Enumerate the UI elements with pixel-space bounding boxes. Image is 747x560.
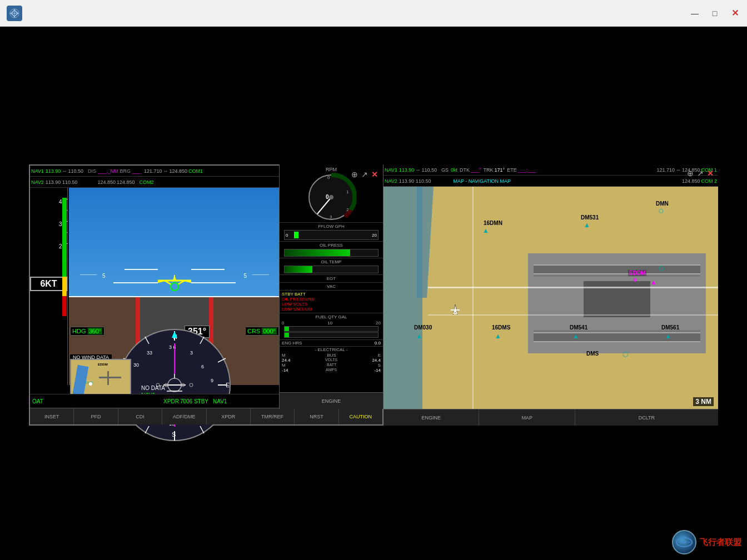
mfd-panel-icons: ⊕ ↗ ✕ [687,169,714,178]
pfd-dis-value: ___._NM [98,168,118,174]
wp-16dmn-label: 16DMN [484,220,502,226]
pitch-line-10up-r [191,269,225,270]
svg-text:33: 33 [147,350,152,356]
amps-label: AMPS [326,368,337,373]
btn-nrst[interactable]: NRST [295,408,338,424]
btn-engine[interactable]: ENGINE [280,393,383,409]
svg-text:3: 3 [190,350,193,356]
map-aircraft-symbol [447,303,463,319]
electrical-section: - ELECTRICAL - M BUS E 24.4 VOLTS 24.4 M… [280,346,383,373]
mfd-nav2-freq: 113.90 110.50 [399,178,431,184]
no-data-label: NO DATA [141,385,165,391]
mfd-expand-icon[interactable]: ↗ [697,169,704,178]
inset-eddm: EDDM [98,363,108,366]
btn-dcltr[interactable]: DCLTR [575,409,718,426]
fuel-0: 0 [282,321,284,326]
fuel-fill-left [285,327,289,331]
svg-text:30: 30 [133,362,139,368]
app-icon [7,6,22,21]
pitch-minor-1 [80,274,97,275]
btn-pfd[interactable]: PFD [74,408,118,424]
airspeed-tape: 40 30 20 6KT [30,188,68,385]
btn-xpdr[interactable]: XPDR [207,408,251,424]
wp-dm561-label: DM561 [661,324,679,331]
btn-adf-dme[interactable]: ADF/DME [162,408,206,424]
mfd-gs-label: GS [441,167,449,173]
main-content: ⊕ ↗ ✕ NAV1 113.90 ↔ 110.50 DIS ___._NM B… [0,27,747,560]
maximize-button[interactable]: □ [709,8,720,19]
eddm-label: EDDM [628,270,646,276]
egt-section: EGT [280,274,383,282]
pfd-expand-icon[interactable]: ↗ [361,170,368,179]
map-river [384,187,422,409]
btn-tmr-ref[interactable]: TMR/REF [251,408,295,424]
fuel-20: 20 [376,321,381,326]
fflow-label: FFLOW GPH [280,222,383,229]
amps-e-val: -14 [374,368,381,373]
batt-label: BATT [327,363,336,368]
fpm-circle [170,282,179,291]
amps-m-val: -14 [282,368,288,373]
btn-inset[interactable]: INSET [30,408,74,424]
pfd-nav1-active: 113.90 [46,168,61,174]
compass-svg: N E S W [113,327,236,443]
fflow-bar: 0 20 [284,230,379,240]
mfd-func-buttons: ENGINE MAP DCLTR [384,409,718,426]
btn-map-map[interactable]: MAP [479,409,575,426]
xpdr-label: XPDR [163,398,179,404]
btn-map-engine[interactable]: ENGINE [384,409,479,426]
wp-dm030-label: DM030 [414,324,432,331]
mfd-close-icon[interactable]: ✕ [707,169,714,178]
pfd-close-icon[interactable]: ✕ [371,170,378,179]
vac-section: VAC [280,282,383,290]
pitch-line-5up [113,282,158,283]
volts-label: VOLTS [325,358,337,363]
pfd-com2-label: COM2 [140,179,154,185]
fuel-bar-right [284,332,379,338]
crs-value: 000° [262,328,277,334]
mfd-trk-label: TRK [484,167,494,173]
svg-text:9: 9 [211,378,213,383]
btn-cdi[interactable]: CDI [118,408,162,424]
airport-complex [528,253,706,353]
electrical-volts-row: 24.4 VOLTS 24.4 [282,358,381,363]
svg-text:3: 3 [330,214,332,219]
logo-svg [675,533,693,551]
mfd-ete-value: ___:___ [518,167,536,173]
mfd-zoom-icon[interactable]: ⊕ [687,169,694,178]
eng-hrs-val: 0.0 [375,341,381,346]
svg-text:0: 0 [327,175,330,180]
electrical-row1: M BUS E [282,353,381,358]
wp-dm531-label: DM531 [581,214,599,221]
wp-dm541-label: DM541 [570,324,587,331]
fuel-10: 10 [327,321,332,326]
minimize-button[interactable]: — [689,8,700,19]
mfd-nav2-label: NAV2 [385,178,397,184]
oil-temp-fill [285,266,312,273]
low-volt-warning: LOW VOLTS [282,302,381,307]
pfd-zoom-icon[interactable]: ⊕ [351,170,358,179]
mfd-trk-value: 171° [495,167,505,173]
close-button[interactable]: ✕ [729,8,740,19]
btn-caution[interactable]: CAUTION [339,408,382,424]
oil-press-section: OIL PRESS [280,241,383,258]
map-road-v1 [472,187,474,409]
pfd-brg-label: BRG [119,168,131,174]
mfd-status-row2: NAV2 113.90 110.50 MAP - NAVIGATION MAP … [384,176,718,187]
fflow-max: 20 [372,233,377,238]
oil-temp-section: OIL TEMP [280,258,383,274]
rpm-gauge-svg: 0 1 2 3 0 [306,172,356,222]
pfd-com1-standby: 124.850 [170,168,188,174]
mfd-panel: ⊕ ↗ ✕ NAV1 113.90 ↔ 110.50 GS 0kt DTK __… [384,164,718,426]
oil-press-fill [285,249,350,256]
elec-bus-label: BUS [327,353,336,358]
pitch-minor-1r [252,274,269,275]
logo-icon [672,530,696,554]
wp-dm561-tri: ▲ [665,332,671,340]
low-vac-warning: LOW VACUUM [282,307,381,312]
speed-green-bar [62,198,67,277]
pfd-dis-label: DIS [88,168,96,174]
elec-e-label: E [378,353,381,358]
xpdr-value: 7006 STBY [180,398,208,404]
oat-label: OAT [32,398,43,404]
